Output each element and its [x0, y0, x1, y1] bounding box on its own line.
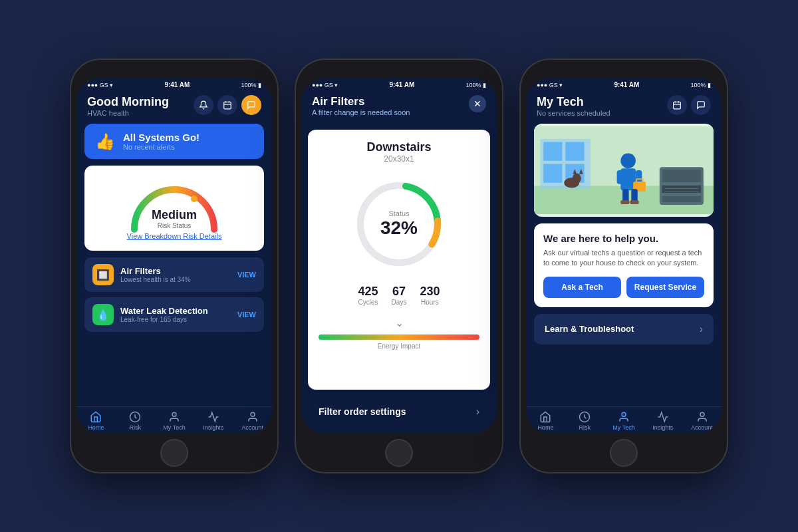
filter-order-button[interactable]: Filter order settings ›	[308, 396, 490, 427]
tech-header-right	[667, 95, 711, 115]
time-3: 9:41 AM	[614, 81, 639, 88]
phones-container: ●●● GS ▾ 9:41 AM 100% ▮ Good Morning HVA…	[71, 60, 727, 472]
help-desc: Ask our virtual techs a question or requ…	[543, 248, 704, 269]
tech-header-left: My Tech No services scheduled	[537, 95, 610, 117]
nav-risk-1[interactable]: Risk	[120, 411, 150, 431]
ask-tech-button[interactable]: Ask a Tech	[543, 277, 621, 298]
nav-account-label-1: Account	[241, 424, 263, 431]
air-filters-item[interactable]: 🔲 Air Filters Lowest health is at 34% VI…	[84, 257, 264, 292]
tech-subtitle: No services scheduled	[537, 109, 610, 117]
risk-gauge: Medium Risk Status	[121, 176, 227, 229]
battery-3: 100% ▮	[690, 82, 711, 88]
hours-stat: 230 Hours	[420, 285, 440, 306]
learn-arrow-icon: ›	[700, 323, 703, 335]
filter-subtitle: A filter change is needed soon	[312, 108, 410, 116]
home-header-right	[194, 95, 261, 115]
request-service-button[interactable]: Request Service	[626, 277, 704, 298]
notifications-button[interactable]	[194, 95, 213, 115]
nav-home-3[interactable]: Home	[531, 411, 560, 431]
svg-point-5	[172, 412, 176, 416]
status-bar-1: ●●● GS ▾ 9:41 AM 100% ▮	[76, 78, 272, 90]
home-screen: Good Morning HVAC health	[76, 90, 272, 434]
nav-account-1[interactable]: Account	[238, 411, 267, 431]
cycles-value: 425	[358, 285, 378, 299]
battery-2: 100% ▮	[466, 82, 486, 88]
air-filter-text: Air Filters Lowest health is at 34%	[120, 266, 231, 283]
nav-insights-1[interactable]: Insights	[199, 411, 228, 431]
filter-size: 20x30x1	[384, 154, 414, 164]
water-leak-view-btn[interactable]: VIEW	[237, 311, 256, 319]
systems-go-banner[interactable]: 👍 All Systems Go! No recent alerts	[84, 124, 264, 159]
svg-point-45	[622, 412, 626, 416]
tech-illustration-card	[534, 124, 714, 217]
nav-account-3[interactable]: Account	[688, 411, 717, 431]
water-leak-sub: Leak-free for 165 days	[120, 316, 231, 323]
signal-3: ●●● GS ▾	[537, 82, 563, 88]
svg-rect-27	[662, 170, 702, 182]
tech-calendar-button[interactable]	[667, 95, 687, 115]
nav-insights-3[interactable]: Insights	[648, 411, 678, 431]
nav-risk-3[interactable]: Risk	[570, 411, 599, 431]
water-leak-item[interactable]: 💧 Water Leak Detection Leak-free for 165…	[84, 297, 264, 332]
svg-point-33	[620, 154, 636, 169]
svg-rect-44	[630, 200, 638, 204]
banner-desc: No recent alerts	[123, 143, 200, 151]
energy-bar-container: Energy Impact	[319, 334, 479, 350]
home-header-left: Good Morning HVAC health	[87, 95, 169, 117]
days-label: Days	[392, 299, 407, 306]
filter-title: Air Filters	[312, 95, 410, 108]
nav-mytech-label-3: My Tech	[612, 424, 634, 431]
risk-level: Medium	[152, 208, 197, 222]
home-button-2[interactable]	[385, 439, 413, 467]
hours-label: Hours	[420, 299, 440, 306]
chat-button[interactable]	[241, 95, 261, 115]
home-button-3[interactable]	[610, 439, 638, 467]
filter-stats: 425 Cycles 67 Days 230 Hours	[358, 285, 440, 306]
learn-troubleshoot-row[interactable]: Learn & Troubleshoot ›	[534, 314, 714, 344]
phone-1-screen: ●●● GS ▾ 9:41 AM 100% ▮ Good Morning HVA…	[76, 78, 272, 434]
water-leak-title: Water Leak Detection	[120, 306, 231, 316]
risk-sub: Risk Status	[152, 222, 197, 229]
svg-rect-19	[565, 142, 584, 161]
bottom-nav-3: Home Risk My Tech Insights	[526, 406, 722, 434]
days-value: 67	[392, 285, 407, 299]
tech-title: My Tech	[537, 95, 610, 109]
hours-value: 230	[420, 285, 440, 299]
bottom-nav-1: Home Risk My Tech Insights	[76, 406, 272, 434]
nav-home-1[interactable]: Home	[81, 411, 110, 431]
days-stat: 67 Days	[392, 285, 407, 306]
filter-card: Downstairs 20x30x1	[308, 130, 490, 390]
filter-header: Air Filters A filter change is needed so…	[301, 90, 497, 123]
home-header: Good Morning HVAC health	[76, 90, 272, 124]
close-button[interactable]: ✕	[469, 95, 486, 112]
tech-header: My Tech No services scheduled	[526, 90, 722, 124]
filter-order-label: Filter order settings	[319, 406, 406, 417]
water-leak-text: Water Leak Detection Leak-free for 165 d…	[120, 306, 231, 323]
systems-go-text: All Systems Go! No recent alerts	[123, 132, 200, 151]
filter-order-arrow-icon: ›	[476, 406, 479, 418]
nav-home-label-1: Home	[88, 424, 104, 431]
hvac-subtitle: HVAC health	[87, 109, 169, 117]
nav-mytech-1[interactable]: My Tech	[160, 411, 189, 431]
help-title: We are here to help you.	[543, 233, 704, 244]
calendar-button[interactable]	[217, 95, 237, 115]
time-2: 9:41 AM	[389, 81, 414, 88]
tech-chat-button[interactable]	[691, 95, 711, 115]
tech-screen: My Tech No services scheduled	[526, 90, 722, 434]
signal-1: ●●● GS ▾	[87, 82, 113, 88]
status-bar-2: ●●● GS ▾ 9:41 AM 100% ▮	[301, 78, 497, 90]
signal-2: ●●● GS ▾	[312, 82, 338, 88]
svg-rect-0	[224, 102, 231, 109]
nav-risk-label-3: Risk	[579, 424, 591, 431]
phone-1: ●●● GS ▾ 9:41 AM 100% ▮ Good Morning HVA…	[71, 60, 277, 472]
chevron-down-icon[interactable]: ⌄	[395, 317, 404, 329]
filter-header-left: Air Filters A filter change is needed so…	[312, 95, 410, 116]
nav-mytech-3[interactable]: My Tech	[609, 411, 638, 431]
status-bar-3: ●●● GS ▾ 9:41 AM 100% ▮	[526, 78, 722, 90]
home-button-1[interactable]	[160, 439, 188, 467]
thumbs-up-icon: 👍	[95, 132, 115, 151]
svg-rect-18	[543, 142, 562, 161]
energy-bar	[319, 334, 479, 340]
air-filter-title: Air Filters	[120, 266, 231, 276]
air-filter-view-btn[interactable]: VIEW	[237, 271, 256, 279]
